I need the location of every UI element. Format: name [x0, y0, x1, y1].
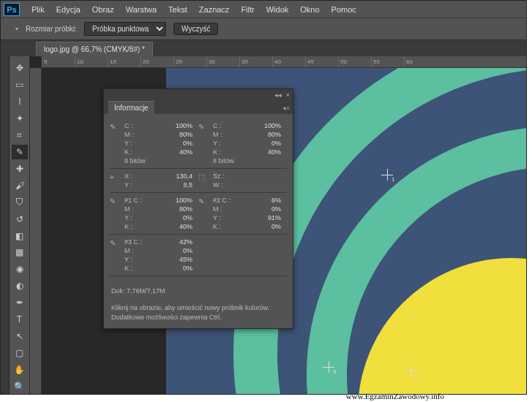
menu-edycja[interactable]: Edycja [50, 2, 86, 17]
s1-y: 0% [183, 213, 192, 222]
info-x: 130,4 [176, 172, 192, 181]
menu-filtr[interactable]: Filtr [235, 2, 260, 17]
info-y: 0% [183, 139, 192, 148]
ruler-mark: 10 [75, 56, 108, 67]
s2-c: 6% [271, 196, 281, 205]
app-window: Ps Plik Edycja Obraz Warstwa Tekst Zazna… [0, 0, 527, 395]
ruler-mark: 15 [108, 56, 141, 67]
eyedropper-icon: ✎ [110, 121, 121, 165]
info-bits: 8 bitów [124, 156, 146, 165]
info-coords-section: + X :130,4 Y :8,5 ⬚ Sz : W : [110, 169, 287, 193]
sampler-icon: ✎ [110, 238, 121, 273]
info-panel: ◂◂ × Informacje ▾≡ ✎ C :100% M :80% Y :0… [103, 88, 293, 329]
s3-m: 0% [183, 246, 192, 255]
info-y2: 0% [271, 139, 281, 148]
watermark: www.EgzaminZawodowy.info [346, 392, 444, 401]
sample-size-label: Rozmiar próbki: [26, 25, 77, 33]
panel-hint2: Dodatkowe możliwości zapewnia Ctrl. [111, 313, 285, 322]
s1-k: 40% [179, 222, 192, 231]
history-brush-icon[interactable]: ↺ [12, 212, 28, 227]
eyedropper-tool-icon[interactable]: ✎ [12, 145, 28, 159]
panel-tabs: Informacje [104, 101, 293, 114]
panel-header[interactable]: ◂◂ × [104, 89, 293, 101]
healing-tool-icon[interactable]: ✚ [12, 162, 28, 176]
ruler-mark: 30 [206, 56, 239, 67]
info-c2: 100% [264, 121, 281, 130]
sampler-point-3[interactable]: 3 [323, 361, 334, 373]
info-bits2: 8 bitów [213, 156, 234, 165]
pen-tool-icon[interactable]: ✒ [12, 295, 28, 310]
menu-obraz[interactable]: Obraz [86, 2, 120, 17]
stamp-tool-icon[interactable]: ⛉ [12, 195, 28, 210]
s2-m: 0% [271, 205, 281, 213]
dropdown-icon[interactable]: ▾ [15, 26, 18, 32]
menu-tekst[interactable]: Tekst [162, 2, 193, 17]
options-bar: ▾ Rozmiar próbki: Próbka punktowa Wyczyś… [1, 18, 526, 40]
shape-tool-icon[interactable]: ▢ [12, 346, 28, 360]
doc-size: Dok: 7,76M/7,17M [111, 287, 285, 296]
info-k: 40% [179, 148, 192, 156]
s2-k: 0% [271, 222, 281, 231]
crosshair-icon: + [110, 172, 121, 189]
crop-tool-icon[interactable]: ⌗ [12, 128, 28, 143]
document-tab[interactable]: logo.jpg @ 66,7% (CMYK/8#) * [36, 42, 153, 56]
panel-footer: Dok: 7,76M/7,17M Kliknij na obrazie, aby… [104, 281, 293, 328]
ruler-mark: 25 [173, 56, 206, 67]
dimensions-icon: ⬚ [198, 172, 210, 189]
app-logo: Ps [4, 3, 20, 16]
eyedropper-icon: ✎ [198, 121, 210, 165]
sampler-icon: ✎ [198, 196, 210, 231]
marquee-tool-icon[interactable]: ▭ [12, 77, 28, 92]
eraser-tool-icon[interactable]: ◧ [12, 229, 28, 243]
hand-tool-icon[interactable]: ✋ [12, 363, 28, 377]
toolbox: ✥ ▭ ⌇ ✦ ⌗ ✎ ✚ 🖌 ⛉ ↺ ◧ ▦ ◉ ◐ ✒ T ↖ ▢ ✋ 🔍 [10, 56, 30, 394]
panel-body: ✎ C :100% M :80% Y :0% K :40% 8 bitów ✎ … [104, 114, 293, 281]
s3-c: 42% [179, 238, 192, 246]
zoom-tool-icon[interactable]: 🔍 [12, 379, 28, 394]
brush-tool-icon[interactable]: 🖌 [12, 178, 28, 193]
sampler-point-2[interactable]: 2 [405, 365, 416, 376]
sampler-icon: ✎ [110, 196, 121, 231]
info-samples-row1: ✎ #1 C :100% M :80% Y :0% K :40% ✎ #2 C … [110, 193, 287, 235]
s2-y: 91% [268, 213, 281, 222]
menu-bar: Ps Plik Edycja Obraz Warstwa Tekst Zazna… [1, 1, 526, 18]
ruler-mark: 50 [338, 56, 371, 67]
dodge-tool-icon[interactable]: ◐ [12, 278, 28, 293]
s3-y: 45% [179, 255, 192, 264]
panel-menu-icon[interactable]: ▾≡ [283, 105, 290, 112]
lasso-tool-icon[interactable]: ⌇ [12, 94, 28, 109]
menu-warstwa[interactable]: Warstwa [120, 2, 162, 17]
blur-tool-icon[interactable]: ◉ [12, 262, 28, 276]
clear-button[interactable]: Wyczyść [173, 23, 218, 35]
panel-collapse-icon[interactable]: ◂◂ [274, 91, 282, 99]
info-samples-row2: ✎ #3 C :42% M :0% Y :45% K :0% [110, 235, 287, 276]
gradient-tool-icon[interactable]: ▦ [12, 245, 28, 259]
type-tool-icon[interactable]: T [12, 312, 28, 327]
ruler-horizontal: 5 10 15 20 25 30 35 40 45 50 55 60 [42, 56, 526, 68]
sample-size-select[interactable]: Próbka punktowa [84, 22, 166, 36]
wand-tool-icon[interactable]: ✦ [12, 111, 28, 126]
info-tab[interactable]: Informacje [108, 101, 154, 114]
info-primary-section: ✎ C :100% M :80% Y :0% K :40% 8 bitów ✎ … [110, 118, 287, 169]
path-tool-icon[interactable]: ↖ [12, 329, 28, 344]
info-m: 80% [179, 130, 192, 139]
menu-zaznacz[interactable]: Zaznacz [193, 2, 236, 17]
menu-plik[interactable]: Plik [26, 2, 50, 17]
move-tool-icon[interactable]: ✥ [12, 61, 28, 75]
menu-pomoc[interactable]: Pomoc [326, 2, 362, 17]
panel-close-icon[interactable]: × [286, 91, 290, 99]
ruler-mark: 35 [239, 56, 272, 67]
info-c: 100% [176, 121, 192, 130]
info-k2: 40% [268, 148, 281, 156]
ruler-mark: 60 [404, 56, 437, 67]
menu-widok[interactable]: Widok [261, 2, 295, 17]
sampler-point-1[interactable]: 1 [381, 169, 393, 181]
ruler-mark: 5 [42, 56, 75, 67]
panel-hint1: Kliknij na obrazie, aby umieścić nowy pr… [111, 303, 285, 313]
ruler-mark: 40 [272, 56, 305, 67]
info-y-coord: 8,5 [183, 181, 192, 189]
menu-okno[interactable]: Okno [294, 2, 325, 17]
info-m2: 80% [268, 130, 281, 139]
s1-m: 80% [179, 205, 192, 213]
ruler-mark: 45 [305, 56, 338, 67]
